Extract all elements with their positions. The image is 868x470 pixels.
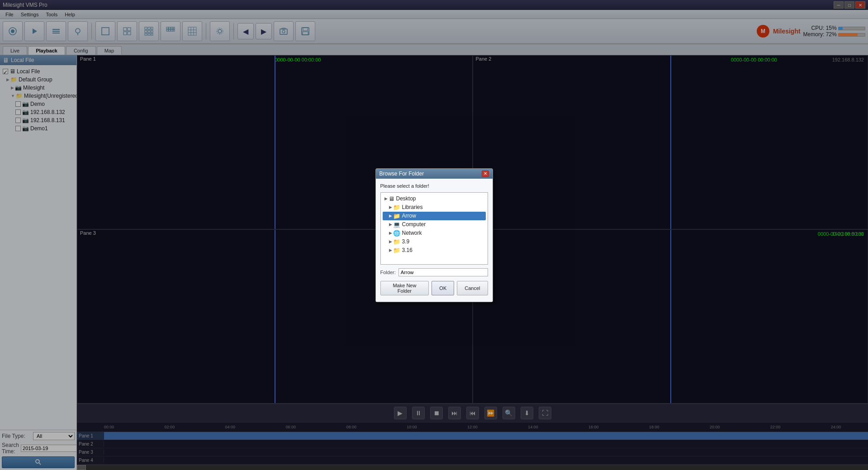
arrow-expand: ▶ bbox=[389, 214, 392, 218]
dialog-overlay: Browse For Folder ✕ Please select a fold… bbox=[0, 0, 868, 470]
dialog-titlebar: Browse For Folder ✕ bbox=[376, 169, 493, 179]
folder-item-316[interactable]: ▶ 📁 3.16 bbox=[383, 246, 486, 255]
folder-label-316: 3.16 bbox=[402, 247, 413, 253]
39-icon: 📁 bbox=[393, 238, 400, 245]
arrow-icon: 📁 bbox=[393, 213, 400, 219]
316-icon: 📁 bbox=[393, 247, 400, 254]
folder-label-39: 3.9 bbox=[402, 238, 410, 245]
folder-label-computer: Computer bbox=[402, 221, 426, 228]
39-expand: ▶ bbox=[389, 239, 392, 244]
folder-tree[interactable]: ▶ 🖥 Desktop ▶ 📁 Libraries ▶ 📁 Arrow bbox=[380, 192, 488, 265]
ok-button[interactable]: OK bbox=[432, 281, 454, 295]
computer-expand: ▶ bbox=[389, 222, 392, 227]
libraries-icon: 📁 bbox=[393, 204, 400, 211]
dialog-body: Please select a folder! ▶ 🖥 Desktop ▶ 📁 … bbox=[376, 179, 493, 302]
desktop-expand: ▶ bbox=[384, 196, 388, 201]
316-expand: ▶ bbox=[389, 248, 392, 252]
folder-item-39[interactable]: ▶ 📁 3.9 bbox=[383, 237, 486, 246]
folder-item-desktop[interactable]: ▶ 🖥 Desktop bbox=[383, 195, 486, 203]
dialog-buttons: Make New Folder OK Cancel bbox=[380, 281, 488, 297]
desktop-icon: 🖥 bbox=[389, 195, 394, 202]
folder-name-row: Folder: bbox=[380, 268, 488, 276]
dialog-title: Browse For Folder bbox=[379, 171, 424, 177]
folder-label-arrow: Arrow bbox=[402, 213, 416, 219]
folder-item-arrow[interactable]: ▶ 📁 Arrow bbox=[383, 212, 486, 220]
folder-name-input[interactable] bbox=[398, 268, 488, 276]
network-icon: 🌐 bbox=[393, 230, 400, 237]
folder-item-network[interactable]: ▶ 🌐 Network bbox=[383, 229, 486, 237]
folder-item-libraries[interactable]: ▶ 📁 Libraries bbox=[383, 203, 486, 212]
network-expand: ▶ bbox=[389, 231, 392, 235]
folder-item-computer[interactable]: ▶ 💻 Computer bbox=[383, 220, 486, 229]
computer-icon: 💻 bbox=[393, 221, 400, 228]
cancel-button[interactable]: Cancel bbox=[457, 281, 488, 295]
make-new-folder-button[interactable]: Make New Folder bbox=[380, 281, 429, 295]
folder-label-libraries: Libraries bbox=[402, 204, 423, 210]
dialog-close-button[interactable]: ✕ bbox=[482, 171, 489, 177]
browse-folder-dialog: Browse For Folder ✕ Please select a fold… bbox=[375, 168, 493, 302]
dialog-instruction: Please select a folder! bbox=[380, 183, 488, 189]
folder-name-label: Folder: bbox=[380, 270, 396, 275]
folder-label-network: Network bbox=[402, 230, 422, 236]
libraries-expand: ▶ bbox=[389, 205, 392, 209]
folder-label-desktop: Desktop bbox=[396, 195, 416, 202]
